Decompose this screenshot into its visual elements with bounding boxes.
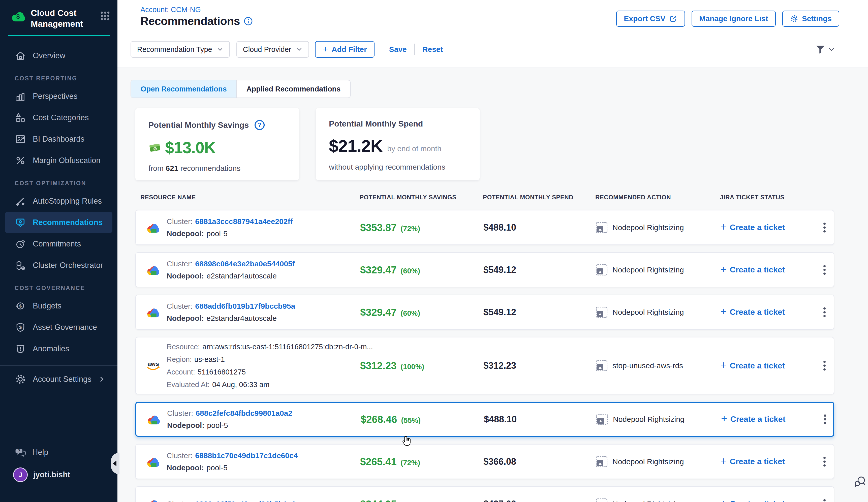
tab-open-recommendations[interactable]: Open Recommendations bbox=[131, 80, 237, 97]
sidebar-item-commitments[interactable]: Commitments bbox=[0, 233, 117, 254]
recommendations-tabs: Open Recommendations Applied Recommendat… bbox=[131, 80, 351, 98]
row-menu-button[interactable] bbox=[819, 220, 829, 236]
breadcrumb-account-link[interactable]: Account: CCM-NG bbox=[141, 6, 201, 14]
page-title: Recommendations bbox=[141, 14, 240, 28]
table-row-selected[interactable]: Cluster:688c2fefc84fbdc99801a0a2 Nodepoo… bbox=[135, 402, 834, 437]
gear-icon bbox=[14, 374, 26, 385]
rightsizing-icon bbox=[596, 307, 607, 318]
row-menu-button[interactable] bbox=[819, 453, 829, 470]
row-menu-button[interactable] bbox=[819, 304, 829, 320]
save-filter-link[interactable]: Save bbox=[389, 45, 407, 54]
row-menu-button[interactable] bbox=[819, 496, 829, 502]
col-potential-monthly-savings: POTENTIAL MONTHLY SAVINGS bbox=[360, 194, 456, 201]
cluster-link[interactable]: 6881a3ccc887941a4ee202ff bbox=[195, 217, 293, 226]
app-title: Cloud Cost Management bbox=[31, 8, 99, 29]
sidebar-item-cluster-orchestrator[interactable]: Cluster Orchestrator bbox=[0, 254, 117, 276]
sidebar-item-autostopping-rules[interactable]: AutoStopping Rules bbox=[0, 190, 117, 212]
app-switcher-grid-icon[interactable] bbox=[99, 10, 111, 22]
table-row[interactable]: Resource:arn:aws:rds:us-east-1:511616801… bbox=[135, 337, 834, 394]
sidebar-item-anomalies[interactable]: Anomalies bbox=[0, 338, 117, 359]
scrollbar-track[interactable] bbox=[851, 0, 851, 502]
home-icon bbox=[14, 50, 26, 62]
sidebar-item-asset-governance[interactable]: Asset Governance bbox=[0, 316, 117, 338]
gcp-icon bbox=[145, 497, 161, 502]
gcp-icon bbox=[145, 220, 161, 234]
main-area: Account: CCM-NG Recommendations Export C… bbox=[117, 0, 868, 502]
create-ticket-link[interactable]: +Create a ticket bbox=[721, 457, 785, 467]
filter-bar: Recommendation Type Cloud Provider + Add… bbox=[117, 31, 868, 68]
rightsizing-icon bbox=[596, 456, 607, 467]
cluster-link[interactable]: 688c2fefc84fbdc99801a0a2 bbox=[196, 409, 292, 417]
table-row[interactable]: Cluster:6881a3ccc887941a4ee202ff Nodepoo… bbox=[135, 210, 834, 245]
table-row[interactable]: Cluster:6886e92f59a48cad86b5b1c6 $244.05… bbox=[135, 487, 834, 502]
table-row[interactable]: Cluster:68898c064e3e2ba0e544005f Nodepoo… bbox=[135, 252, 834, 287]
sidebar-item-cost-categories[interactable]: Cost Categories bbox=[0, 107, 117, 128]
create-ticket-link[interactable]: +Create a ticket bbox=[721, 361, 785, 370]
sidebar-item-perspectives[interactable]: Perspectives bbox=[0, 85, 117, 107]
cluster-link[interactable]: 688add6fb019b17f9bccb95a bbox=[195, 302, 295, 310]
cluster-link[interactable]: 6888b1c70e49db17c1de60c4 bbox=[195, 451, 298, 460]
dashboard-icon bbox=[14, 133, 26, 145]
chevron-right-icon bbox=[98, 376, 105, 383]
chevron-down-icon bbox=[828, 46, 835, 53]
create-ticket-link[interactable]: +Create a ticket bbox=[721, 265, 785, 275]
recommended-action: Nodepool Rightsizing bbox=[596, 307, 684, 318]
app-logo[interactable]: Cloud Cost Management bbox=[0, 0, 117, 29]
alert-icon bbox=[14, 343, 26, 355]
gcp-icon bbox=[146, 412, 162, 426]
table-row[interactable]: Cluster:6888b1c70e49db17c1de60c4 Nodepoo… bbox=[135, 444, 834, 479]
section-cost-governance: COST GOVERNANCE bbox=[0, 276, 117, 295]
monthly-spend: $366.08 bbox=[483, 457, 516, 467]
create-ticket-link[interactable]: +Create a ticket bbox=[721, 223, 785, 232]
col-recommended-action: RECOMMENDED ACTION bbox=[595, 194, 671, 201]
resource-name: Cluster:688c2fefc84fbdc99801a0a2 Nodepoo… bbox=[167, 407, 292, 431]
support-chat-icon[interactable] bbox=[854, 475, 866, 488]
recommendation-type-dropdown[interactable]: Recommendation Type bbox=[131, 41, 230, 58]
add-filter-button[interactable]: + Add Filter bbox=[315, 41, 374, 58]
user-menu[interactable]: J jyoti.bisht bbox=[0, 468, 117, 482]
sidebar-item-overview[interactable]: Overview bbox=[0, 45, 117, 66]
help-button[interactable]: Help bbox=[0, 440, 117, 465]
settings-button[interactable]: Settings bbox=[782, 11, 839, 27]
manage-ignore-list-button[interactable]: Manage Ignore List bbox=[692, 11, 775, 27]
table-header: RESOURCE NAME POTENTIAL MONTHLY SAVINGS … bbox=[135, 194, 834, 202]
clock-refresh-icon bbox=[14, 238, 26, 250]
sidebar-item-bi-dashboards[interactable]: BI Dashboards bbox=[0, 128, 117, 150]
filter-panel-toggle[interactable] bbox=[815, 44, 835, 55]
table-row[interactable]: Cluster:688add6fb019b17f9bccb95a Nodepoo… bbox=[135, 295, 834, 330]
external-link-icon bbox=[669, 14, 678, 23]
user-name: jyoti.bisht bbox=[33, 470, 70, 479]
section-cost-reporting: COST REPORTING bbox=[0, 66, 117, 85]
sidebar-bottom: Help J jyoti.bisht bbox=[0, 435, 117, 502]
question-icon[interactable] bbox=[254, 119, 265, 131]
chevron-down-icon bbox=[217, 46, 223, 53]
cloud-provider-dropdown[interactable]: Cloud Provider bbox=[236, 41, 309, 58]
potential-monthly-savings-card: Potential Monthly Savings $13.0K from 62… bbox=[135, 108, 299, 180]
rightsizing-icon bbox=[596, 414, 608, 425]
reset-filter-link[interactable]: Reset bbox=[422, 45, 443, 54]
sidebar-item-account-settings[interactable]: Account Settings bbox=[0, 368, 117, 390]
plus-icon: + bbox=[323, 44, 328, 54]
sidebar-item-margin-obfuscation[interactable]: Margin Obfuscation bbox=[0, 150, 117, 171]
create-ticket-link[interactable]: +Create a ticket bbox=[721, 307, 785, 317]
sidebar-item-budgets[interactable]: Budgets bbox=[0, 295, 117, 316]
row-menu-button[interactable] bbox=[819, 358, 829, 374]
row-menu-button[interactable] bbox=[820, 411, 830, 427]
resource-name: Cluster:6886e92f59a48cad86b5b1c6 bbox=[167, 498, 296, 502]
export-csv-button[interactable]: Export CSV bbox=[616, 11, 685, 27]
recommended-action: Nodepool Rightsizing bbox=[596, 264, 684, 275]
cluster-link[interactable]: 6886e92f59a48cad86b5b1c6 bbox=[195, 500, 296, 502]
info-icon[interactable] bbox=[244, 17, 253, 26]
monthly-spend: $488.10 bbox=[484, 414, 517, 425]
sidebar-item-recommendations[interactable]: Recommendations bbox=[5, 212, 112, 233]
tab-applied-recommendations[interactable]: Applied Recommendations bbox=[237, 80, 350, 97]
monthly-savings: $329.47(60%) bbox=[360, 306, 420, 318]
recommended-action: Nodepool Rightsizing bbox=[596, 414, 684, 425]
cluster-link[interactable]: 68898c064e3e2ba0e544005f bbox=[195, 260, 294, 268]
row-menu-button[interactable] bbox=[819, 262, 829, 278]
create-ticket-link[interactable]: +Create a ticket bbox=[721, 499, 785, 502]
divider bbox=[414, 44, 415, 55]
resource-name: Cluster:68898c064e3e2ba0e544005f Nodepoo… bbox=[167, 258, 295, 282]
create-ticket-link[interactable]: +Create a ticket bbox=[721, 415, 785, 424]
help-chat-icon bbox=[14, 447, 26, 458]
